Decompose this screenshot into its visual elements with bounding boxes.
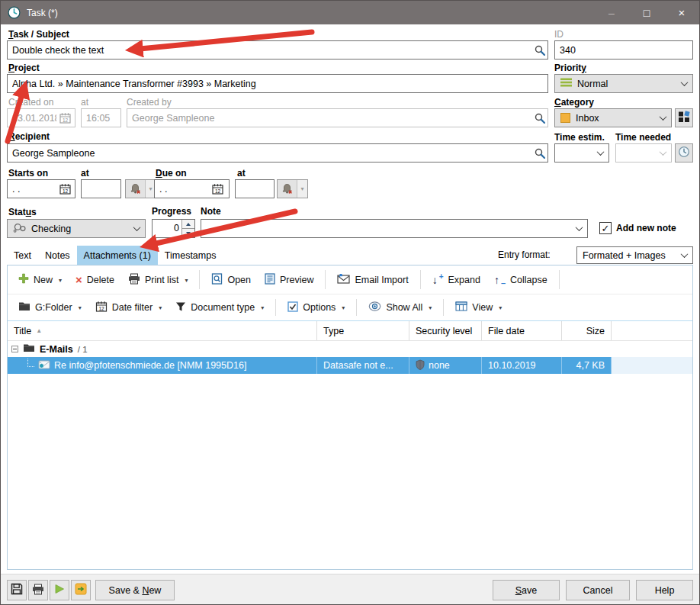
created-time-input [81, 108, 121, 127]
collapse-expander-icon[interactable] [11, 346, 18, 352]
time-tracker-button[interactable] [675, 143, 693, 163]
plus-icon [18, 273, 29, 286]
task-window: Task (*) – □ × Task / Subject ID Project… [0, 0, 700, 605]
delete-x-icon: × [75, 274, 82, 285]
tab-attachments[interactable]: Attachments (1) [77, 246, 158, 265]
start-icon-button[interactable] [50, 580, 69, 600]
tab-timestamps[interactable]: Timestamps [158, 246, 223, 265]
help-button[interactable]: Help [636, 580, 693, 600]
save-icon-button[interactable] [7, 580, 27, 600]
tab-notes[interactable]: Notes [38, 246, 77, 265]
maximize-button[interactable]: □ [629, 1, 664, 24]
cell-file-date: 10.10.2019 [482, 357, 562, 374]
chevron-down-icon: ▾ [429, 304, 432, 311]
collapse-button[interactable]: ↑ – Collapse [488, 269, 554, 291]
expand-button[interactable]: ↓ + Expand [426, 272, 486, 288]
export-icon-button[interactable] [71, 580, 91, 600]
id-input[interactable] [554, 40, 693, 60]
email-attachment-icon [38, 360, 50, 372]
chevron-down-icon: ▾ [261, 304, 264, 311]
status-dropdown[interactable]: Checking [7, 219, 146, 238]
tab-bar: Text Notes Attachments (1) Timestamps [7, 246, 223, 265]
recipient-label: Recipient [8, 131, 50, 142]
task-subject-input[interactable] [7, 40, 548, 60]
column-header-title[interactable]: Title ▲ [8, 321, 317, 340]
starts-at-label: at [81, 168, 89, 179]
document-type-button[interactable]: Document type ▾ [169, 298, 270, 317]
toolbar-separator [199, 270, 200, 289]
cancel-button[interactable]: Cancel [566, 580, 630, 600]
play-icon [54, 584, 65, 597]
starts-reminder-button[interactable]: ▾ [125, 179, 156, 198]
column-header-security-level[interactable]: Security level [409, 321, 482, 340]
search-icon[interactable] [533, 111, 546, 124]
calendar-icon[interactable]: 12 [211, 182, 224, 195]
due-reminder-button[interactable]: ▾ [277, 179, 308, 198]
open-preview-icon [211, 273, 223, 287]
checking-status-icon [13, 223, 26, 235]
calendar-icon[interactable]: 12 [59, 182, 72, 195]
chevron-down-icon: ▾ [342, 304, 345, 311]
note-combo[interactable] [201, 219, 588, 238]
id-label: ID [554, 29, 564, 40]
add-new-note-checkbox[interactable]: ✓ Add new note [599, 222, 676, 234]
time-needed-dropdown [615, 143, 672, 163]
new-button[interactable]: New ▾ [12, 270, 68, 289]
starts-at-input[interactable] [81, 179, 121, 198]
time-estim-dropdown[interactable] [554, 143, 609, 163]
close-button[interactable]: × [664, 1, 699, 24]
search-icon[interactable] [533, 43, 546, 56]
progress-stepper[interactable]: 0 [152, 219, 195, 238]
column-header-file-date[interactable]: File date [482, 321, 562, 340]
chevron-down-icon: ▾ [79, 304, 82, 311]
show-all-button[interactable]: Show All ▾ [362, 298, 438, 317]
due-at-input[interactable] [235, 179, 275, 198]
chevron-down-icon [681, 79, 689, 86]
save-and-new-button[interactable]: Save & New [95, 580, 175, 600]
svg-text:12: 12 [63, 188, 69, 194]
spinner-down-icon [186, 232, 191, 235]
print-list-button[interactable]: Print list ▾ [122, 270, 194, 290]
priority-dropdown[interactable]: Normal [554, 74, 693, 93]
open-button[interactable]: Open [205, 270, 257, 290]
floppy-disk-icon [11, 583, 23, 597]
minus-badge-icon: – [501, 278, 506, 288]
delete-button[interactable]: × Delete [69, 271, 120, 288]
collapse-icon: ↑ [494, 275, 499, 285]
print-icon-button[interactable] [28, 580, 48, 600]
category-picker-button[interactable] [675, 108, 693, 127]
sort-ascending-icon: ▲ [36, 327, 42, 334]
folder-filter-button[interactable]: G:Folder ▾ [12, 298, 88, 317]
printer-icon [32, 584, 44, 597]
spinner-down-button[interactable] [182, 228, 194, 237]
entry-format-dropdown[interactable]: Formated + Images [576, 246, 693, 264]
group-row-emails[interactable]: E-Mails / 1 [8, 341, 692, 357]
category-dropdown[interactable]: Inbox [554, 108, 672, 127]
email-import-button[interactable]: Email Import [331, 270, 414, 289]
column-header-type[interactable]: Type [317, 321, 409, 340]
shield-icon [416, 359, 425, 372]
printer-icon [128, 273, 140, 287]
column-header-size[interactable]: Size [562, 321, 612, 340]
date-filter-button[interactable]: 12 Date filter ▾ [89, 298, 169, 317]
recipient-input[interactable] [7, 143, 548, 163]
save-button[interactable]: Save [493, 580, 560, 600]
minimize-button[interactable]: – [594, 1, 629, 24]
tab-text[interactable]: Text [7, 246, 38, 265]
chevron-down-icon [681, 250, 689, 258]
add-new-note-label: Add new note [616, 223, 676, 233]
search-icon[interactable] [533, 146, 546, 159]
starts-on-label: Starts on [8, 168, 48, 179]
chevron-down-icon: ▾ [499, 304, 502, 311]
attachment-row-selected[interactable]: Re info@pfotenschmiede.de [NMM 1995D16] … [8, 357, 692, 374]
view-button[interactable]: View ▾ [449, 298, 508, 317]
priority-icon [560, 78, 572, 89]
options-button[interactable]: Options ▾ [281, 298, 351, 317]
spinner-up-button[interactable] [182, 220, 194, 228]
project-input[interactable] [7, 74, 548, 93]
chevron-down-icon [597, 148, 605, 156]
toolbar-separator [559, 270, 560, 289]
chevron-down-icon [576, 224, 583, 231]
preview-button[interactable]: Preview [258, 270, 319, 290]
created-on-label: Created on [8, 97, 53, 108]
